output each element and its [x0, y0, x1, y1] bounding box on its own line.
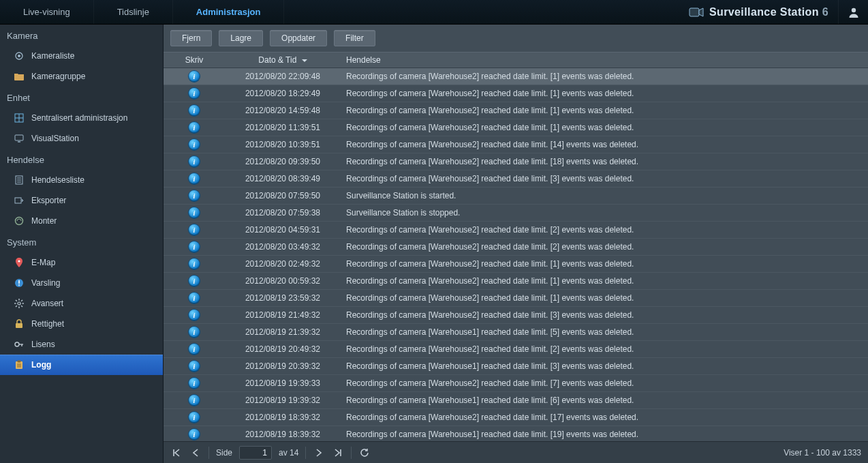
- sidebar-item-eksporter[interactable]: Eksporter: [0, 190, 163, 211]
- cell-datetime: 2012/08/20 07:59:50: [225, 191, 341, 200]
- table-row[interactable]: i2012/08/20 07:59:50Surveillance Station…: [164, 188, 868, 205]
- info-icon: i: [189, 258, 200, 269]
- remove-button[interactable]: Fjern: [170, 30, 212, 46]
- next-page-button[interactable]: [313, 447, 325, 459]
- first-page-button[interactable]: [170, 447, 183, 459]
- pin-icon: [14, 257, 25, 268]
- cell-datetime: 2012/08/19 23:59:32: [225, 293, 341, 303]
- pager: Side av 14 Viser 1 - 100 av 1333: [164, 441, 868, 463]
- table-row[interactable]: i2012/08/20 09:39:50Recordings of camera…: [164, 153, 868, 170]
- table-row[interactable]: i2012/08/19 20:39:32Recordings of camera…: [164, 358, 868, 375]
- page-total: av 14: [279, 448, 298, 458]
- svg-line-27: [21, 300, 22, 301]
- prev-page-button[interactable]: [189, 447, 202, 459]
- cell-datetime: 2012/08/20 18:29:49: [225, 89, 341, 98]
- table-row[interactable]: i2012/08/20 22:09:48Recordings of camera…: [164, 68, 868, 85]
- grid-icon: [14, 113, 25, 123]
- page-input[interactable]: [239, 446, 272, 460]
- svg-rect-8: [15, 135, 23, 140]
- cell-event: Surveillance Station is started.: [341, 191, 868, 200]
- refresh-button[interactable]: Oppdater: [270, 30, 327, 46]
- sidebar-item-monter[interactable]: Monter: [0, 211, 163, 231]
- table-row[interactable]: i2012/08/19 21:49:32Recordings of camera…: [164, 307, 868, 324]
- table-row[interactable]: i2012/08/20 02:49:32Recordings of camera…: [164, 256, 868, 273]
- sidebar-item-sentral[interactable]: Sentralisert administrasjon: [0, 108, 163, 128]
- cell-event: Recordings of camera [Warehouse2] reache…: [341, 378, 868, 388]
- cell-event: Recordings of camera [Warehouse2] reache…: [341, 344, 868, 354]
- svg-point-15: [16, 218, 23, 225]
- sidebar-item-label: Kameragruppe: [31, 72, 85, 81]
- sidebar-item-logg[interactable]: Logg: [0, 355, 163, 375]
- sidebar-item-emap[interactable]: E-Map: [0, 252, 163, 273]
- column-type[interactable]: Skriv: [164, 55, 225, 65]
- table-row[interactable]: i2012/08/20 14:59:48Recordings of camera…: [164, 102, 868, 119]
- sidebar-item-label: Logg: [31, 360, 51, 370]
- table-row[interactable]: i2012/08/20 18:29:49Recordings of camera…: [164, 85, 868, 102]
- info-icon: i: [189, 395, 200, 406]
- reload-button[interactable]: [358, 447, 371, 459]
- sidebar-item-varsling[interactable]: Varsling: [0, 273, 163, 293]
- column-datetime[interactable]: Dato & Tid: [225, 55, 341, 65]
- tab-live-visning[interactable]: Live-visning: [0, 0, 94, 24]
- tab-tidslinje[interactable]: Tidslinje: [94, 0, 173, 24]
- table-row[interactable]: i2012/08/20 03:49:32Recordings of camera…: [164, 239, 868, 256]
- cell-datetime: 2012/08/20 04:59:31: [225, 225, 341, 235]
- filter-button[interactable]: Filter: [334, 30, 375, 46]
- table-row[interactable]: i2012/08/20 00:59:32Recordings of camera…: [164, 273, 868, 290]
- table-row[interactable]: i2012/08/20 07:59:38Surveillance Station…: [164, 205, 868, 222]
- table-row[interactable]: i2012/08/20 08:39:49Recordings of camera…: [164, 170, 868, 188]
- clipboard-icon: [14, 359, 25, 370]
- table-row[interactable]: i2012/08/19 20:49:32Recordings of camera…: [164, 341, 868, 358]
- svg-line-26: [21, 305, 22, 307]
- save-button[interactable]: Lagre: [219, 30, 263, 46]
- sidebar-group-hendelse: Hendelse: [0, 149, 163, 170]
- table-row[interactable]: i2012/08/19 21:39:32Recordings of camera…: [164, 324, 868, 341]
- table-row[interactable]: i2012/08/20 11:39:51Recordings of camera…: [164, 119, 868, 136]
- sidebar-item-avansert[interactable]: Avansert: [0, 293, 163, 314]
- table-row[interactable]: i2012/08/19 18:39:32Recordings of camera…: [164, 426, 868, 441]
- cell-datetime: 2012/08/19 19:39:32: [225, 395, 341, 405]
- svg-rect-0: [689, 8, 699, 16]
- table-row[interactable]: i2012/08/19 18:39:32Recordings of camera…: [164, 409, 868, 426]
- cell-event: Recordings of camera [Warehouse2] reache…: [341, 123, 868, 132]
- svg-rect-18: [18, 280, 20, 284]
- table-row[interactable]: i2012/08/19 23:59:32Recordings of camera…: [164, 290, 868, 307]
- camera-icon: [14, 50, 25, 61]
- grid-header: Skriv Dato & Tid Hendelse: [164, 52, 868, 68]
- sidebar-item-kameragruppe[interactable]: Kameragruppe: [0, 66, 163, 87]
- sidebar-item-visualstation[interactable]: VisualStation: [0, 128, 163, 149]
- last-page-button[interactable]: [332, 447, 344, 459]
- export-icon: [14, 195, 25, 206]
- column-event[interactable]: Hendelse: [341, 55, 868, 65]
- sidebar-item-label: Eksporter: [31, 196, 66, 205]
- cell-event: Recordings of camera [Warehouse2] reache…: [341, 413, 868, 422]
- sidebar-item-hendelsesliste[interactable]: Hendelsesliste: [0, 170, 163, 190]
- sidebar-item-rettighet[interactable]: Rettighet: [0, 314, 163, 334]
- table-row[interactable]: i2012/08/19 19:39:33Recordings of camera…: [164, 375, 868, 392]
- sort-desc-icon: [302, 59, 307, 62]
- tab-administrasjon[interactable]: Administrasjon: [173, 0, 285, 24]
- table-row[interactable]: i2012/08/20 10:39:51Recordings of camera…: [164, 136, 868, 153]
- cell-datetime: 2012/08/19 21:49:32: [225, 310, 341, 320]
- cell-datetime: 2012/08/19 18:39:32: [225, 430, 341, 439]
- table-row[interactable]: i2012/08/20 04:59:31Recordings of camera…: [164, 222, 868, 239]
- brand-version: 6: [822, 6, 828, 18]
- sidebar-item-lisens[interactable]: Lisens: [0, 334, 163, 355]
- brand-icon: [689, 6, 704, 18]
- info-icon: i: [189, 361, 200, 372]
- table-row[interactable]: i2012/08/19 19:39:32Recordings of camera…: [164, 392, 868, 409]
- sidebar-group-enhet: Enhet: [0, 87, 163, 108]
- sidebar-item-label: VisualStation: [31, 134, 79, 143]
- sidebar-item-kameraliste[interactable]: Kameraliste: [0, 46, 163, 66]
- cell-event: Recordings of camera [Warehouse2] reache…: [341, 106, 868, 115]
- grid-body[interactable]: i2012/08/20 22:09:48Recordings of camera…: [164, 68, 868, 441]
- cell-event: Recordings of camera [Warehouse2] reache…: [341, 259, 868, 269]
- monitor-icon: [14, 133, 25, 144]
- svg-rect-29: [16, 323, 22, 328]
- user-menu-button[interactable]: [838, 0, 868, 24]
- info-icon: i: [189, 412, 200, 423]
- page-label: Side: [216, 448, 232, 458]
- info-icon: i: [189, 71, 200, 82]
- info-icon: i: [189, 344, 200, 355]
- info-icon: i: [189, 275, 200, 286]
